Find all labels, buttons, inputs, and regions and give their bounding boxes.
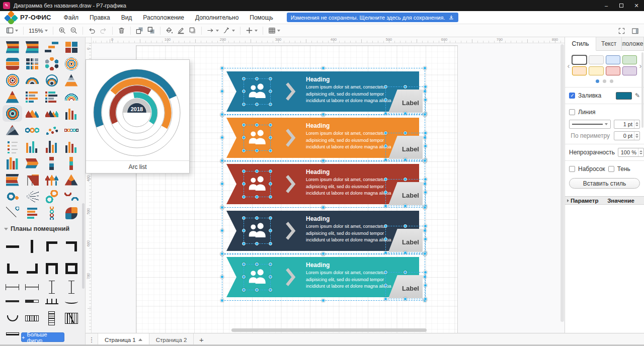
waypoints-icon[interactable] [221, 25, 237, 36]
selection-handle[interactable] [321, 66, 325, 70]
shape-item-triangle-segments[interactable] [61, 171, 81, 188]
selection-handle[interactable] [242, 229, 246, 232]
shape-item-hexagon-cluster[interactable] [42, 55, 61, 72]
selection-handle[interactable] [384, 158, 387, 161]
selection-handle[interactable] [424, 131, 427, 135]
infographic-banner[interactable]: Label Heading Lorem ipsum dolor sit amet… [226, 71, 419, 112]
shape-item-cone-layers[interactable] [22, 72, 42, 89]
shape-item-walls-u-shape[interactable] [42, 257, 61, 280]
fill-color-swatch[interactable] [616, 92, 632, 100]
shape-item-wave-ribbon[interactable] [61, 188, 81, 205]
step-down-icon[interactable] [639, 153, 642, 154]
selection-handle[interactable] [242, 288, 246, 292]
selection-handle[interactable] [269, 242, 272, 245]
selection-handle[interactable] [220, 159, 224, 162]
infographic-banner[interactable]: Label Heading Lorem ipsum dolor sit amet… [226, 211, 419, 251]
table-icon[interactable] [266, 25, 282, 36]
people-group-icon[interactable] [247, 267, 268, 287]
selection-handle[interactable] [255, 169, 259, 173]
shape-item-petal-cross[interactable] [61, 205, 81, 221]
step-down-icon[interactable] [635, 136, 638, 138]
selection-handle[interactable] [242, 263, 246, 266]
selection-handle[interactable] [423, 113, 427, 116]
selection-handle[interactable] [384, 178, 387, 181]
selection-handle[interactable] [424, 98, 427, 102]
more-shapes-button[interactable]: + Больше фигур [21, 332, 64, 342]
selection-handle[interactable] [384, 144, 387, 148]
shape-item-wall-corner-sw[interactable] [3, 257, 22, 280]
selection-handle[interactable] [242, 90, 246, 93]
selection-handle[interactable] [423, 182, 427, 186]
minimize-button[interactable]: – [599, 0, 614, 11]
selection-handle[interactable] [269, 275, 272, 279]
style-swatch-1[interactable] [589, 55, 603, 64]
shape-item-wall-section[interactable] [3, 295, 22, 308]
unsaved-changes-button[interactable]: Изменения не сохранены. Щелкните здесь д… [287, 13, 459, 22]
style-swatch-3[interactable] [622, 55, 637, 64]
selection-handle[interactable] [255, 216, 259, 220]
floorplans-section-header[interactable]: Планы помещений [0, 222, 85, 234]
selection-handle[interactable] [384, 98, 387, 102]
shape-item-arrow-columns[interactable] [42, 171, 61, 188]
fill-color-icon[interactable] [164, 25, 175, 36]
expand-icon[interactable] [567, 199, 569, 202]
vertical-scrollbar[interactable] [560, 44, 564, 322]
shape-item-bar-list-alt[interactable] [42, 89, 61, 105]
shape-item-column-chart[interactable] [61, 105, 81, 122]
selection-handle[interactable] [269, 263, 272, 266]
selection-handle[interactable] [269, 149, 272, 152]
people-group-icon[interactable] [247, 128, 268, 148]
shape-item-window-sill[interactable] [3, 329, 22, 339]
line-width-stepper[interactable]: 1 pt [614, 120, 640, 129]
shape-item-rounded-stack[interactable] [3, 55, 22, 72]
selection-handle[interactable] [404, 271, 407, 274]
shape-item-wall-vertical[interactable] [22, 235, 42, 257]
shape-item-pyramid-layers[interactable] [61, 72, 81, 89]
sketch-checkbox[interactable] [569, 166, 575, 172]
shape-item-columns-3d[interactable] [22, 138, 42, 155]
opacity-stepper[interactable]: 100 % [618, 148, 644, 157]
to-back-icon[interactable] [145, 25, 157, 36]
shape-item-door-jambs[interactable] [42, 295, 61, 308]
redo-icon[interactable] [98, 25, 109, 36]
shape-item-arc-gauge[interactable] [61, 89, 81, 105]
shape-item-spiral-rings[interactable] [61, 55, 81, 72]
menu-item-2[interactable]: Вид [116, 12, 138, 23]
selection-handle[interactable] [424, 191, 427, 194]
shape-item-columns-group[interactable] [61, 138, 81, 155]
shape-item-columns-3d-alt[interactable] [42, 138, 61, 155]
people-group-icon[interactable] [247, 221, 268, 241]
selection-handle[interactable] [423, 136, 427, 139]
selection-handle[interactable] [404, 131, 407, 135]
sidebar-panel-icon[interactable] [4, 25, 20, 36]
shape-item-list-banners[interactable] [3, 39, 22, 55]
selection-handle[interactable] [242, 216, 246, 220]
selection-handle[interactable] [424, 224, 427, 228]
selection-handle[interactable] [423, 252, 427, 255]
infographic-banner[interactable]: Label Heading Lorem ipsum dolor sit amet… [226, 164, 419, 204]
tab-text[interactable]: Текст [596, 37, 622, 50]
tab-arrange[interactable]: Расположение [622, 37, 644, 50]
selection-handle[interactable] [242, 275, 246, 279]
zoom-select[interactable]: 115% [27, 26, 50, 35]
selection-handle[interactable] [242, 77, 246, 80]
style-swatch-4[interactable] [572, 66, 587, 75]
shape-item-wall-horizontal[interactable] [3, 235, 22, 257]
selection-handle[interactable] [384, 131, 387, 135]
shape-item-matrix-blocks[interactable] [22, 55, 42, 72]
insert-icon[interactable] [244, 25, 260, 36]
fullscreen-icon[interactable] [616, 26, 627, 36]
shape-item-stairs-vertical[interactable] [42, 308, 61, 329]
selection-handle[interactable] [404, 251, 407, 254]
selection-handle[interactable] [242, 195, 246, 199]
shape-item-list-banners-alt[interactable] [22, 39, 42, 55]
fill-checkbox[interactable] [569, 93, 575, 99]
shape-item-ring-chain[interactable] [42, 205, 61, 221]
selection-handle[interactable] [404, 85, 407, 89]
shape-item-curved-wall[interactable] [61, 295, 81, 308]
shape-item-dot-list[interactable] [3, 138, 22, 155]
shape-item-curved-wall-2[interactable] [3, 308, 22, 329]
selection-handle[interactable] [321, 299, 325, 302]
zoom-in-icon[interactable] [56, 25, 68, 36]
selection-handle[interactable] [423, 275, 427, 279]
